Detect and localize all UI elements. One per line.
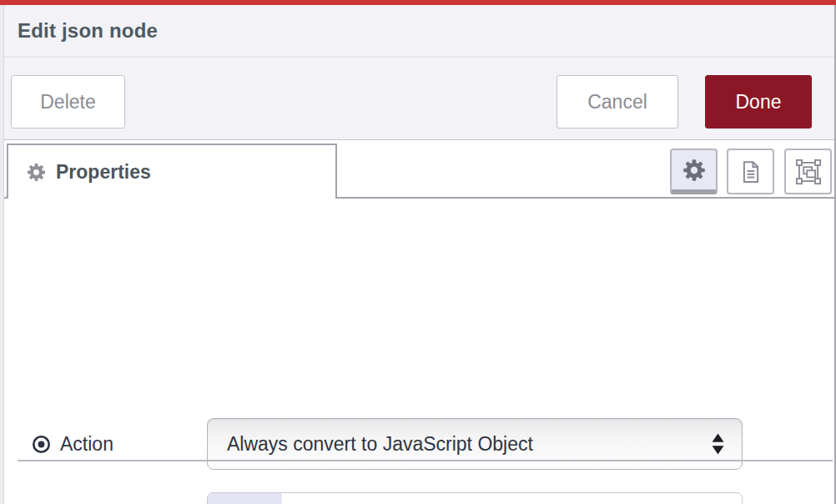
tab-properties-label: Properties <box>56 161 151 184</box>
appearance-section-button[interactable] <box>784 149 832 194</box>
cancel-button[interactable]: Cancel <box>556 75 678 129</box>
properties-section-button[interactable] <box>670 149 718 194</box>
gear-icon <box>27 163 46 182</box>
editor-tab-bar: Properties <box>0 141 836 199</box>
delete-button[interactable]: Delete <box>11 75 125 129</box>
dot-circle-icon <box>31 434 52 455</box>
object-group-icon <box>795 159 822 185</box>
tab-properties[interactable]: Properties <box>7 144 337 199</box>
top-accent-bar <box>0 0 836 5</box>
file-lines-icon <box>738 159 763 184</box>
done-button[interactable]: Done <box>705 75 812 129</box>
done-button-label: Done <box>736 91 782 113</box>
action-select[interactable]: Always convert to JavaScript Object <box>207 418 743 470</box>
properties-form: Action Always convert to JavaScript Obje… <box>0 199 836 504</box>
cancel-button-label: Cancel <box>587 91 647 113</box>
gear-icon <box>682 159 706 182</box>
msg-prefix-badge[interactable]: msg. <box>208 493 282 504</box>
dialog-header: Edit json node <box>0 5 836 58</box>
property-input-group: msg. <box>207 492 743 504</box>
form-divider <box>18 460 833 461</box>
up-down-arrows-icon <box>711 434 725 455</box>
description-section-button[interactable] <box>727 149 774 194</box>
action-label: Action <box>31 418 113 470</box>
action-label-text: Action <box>60 433 113 456</box>
action-select-value: Always convert to JavaScript Object <box>227 433 533 456</box>
property-label: Property <box>31 492 132 504</box>
tray-left-edge <box>0 5 4 504</box>
dialog-title: Edit json node <box>18 19 158 43</box>
dialog-toolbar: Delete Cancel Done <box>0 58 836 140</box>
delete-button-label: Delete <box>40 91 95 113</box>
property-input[interactable] <box>282 493 742 504</box>
